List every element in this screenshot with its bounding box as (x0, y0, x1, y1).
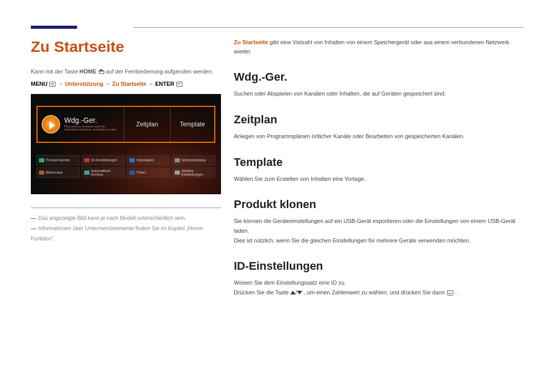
cell-icon (84, 158, 89, 162)
tv-small-cell: Bildmodus (36, 167, 80, 178)
heading-id: ID-Einstellungen (234, 259, 524, 273)
intro-post: auf der Fernbedienung aufgerufen werden. (106, 68, 213, 74)
cell-icon (39, 171, 44, 175)
menu-path: MENU → Unterstützung → Zu Startseite → E… (31, 81, 221, 87)
tv-tile-zeitplan: Zeitplan (124, 107, 170, 142)
tv-small-row-2: Bildmodus Automatisch Ein/Aus Ticker Wei… (36, 167, 215, 178)
arrow-up-icon (290, 291, 295, 294)
accent-block (31, 26, 77, 29)
arrow: → (148, 81, 155, 87)
right-column: Zu Startseite gibt eine Vielzahl von Inh… (234, 38, 524, 297)
footnote: ―Informationen über Untermenüelemente fi… (31, 223, 221, 244)
tv-top-row: Wdg.-Ger. Play various contents such as … (36, 106, 215, 143)
body-klonen-2: Dies ist nützlich, wenn Sie die gleichen… (234, 236, 524, 246)
path-support: Unterstützung (65, 81, 104, 87)
heading-template: Template (234, 156, 524, 169)
page-title: Zu Startseite (31, 38, 221, 55)
cell-icon (130, 158, 135, 162)
body-template: Wählen Sie zum Erstellen von Inhalten ei… (234, 174, 524, 184)
cell-icon (84, 171, 89, 175)
cell-icon (175, 171, 180, 175)
home-icon (98, 69, 104, 74)
tv-tile-wdg: Wdg.-Ger. Play various contents such as … (38, 107, 124, 142)
enter-label: ENTER (155, 81, 174, 87)
right-intro: Zu Startseite gibt eine Vielzahl von Inh… (234, 38, 524, 56)
intro-strong: Zu Startseite (234, 39, 268, 45)
header-rule (134, 27, 524, 28)
tv-small-cell: Weitere Einstellungen (172, 167, 215, 178)
footnote: ―Das angezeigte Bild kann je nach Modell… (31, 213, 221, 223)
enter-icon (176, 82, 182, 87)
tv-wdg-subtitle: Play various contents such as scheduled … (64, 125, 120, 132)
body-wdg: Suchen oder Abspielen von Kanälen oder I… (234, 89, 524, 99)
arrow: → (105, 81, 112, 87)
arrow-down-icon (297, 291, 302, 294)
body-id-1: Weisen Sie dem Einstellungssatz eine ID … (234, 278, 524, 288)
home-key-label: HOME (80, 68, 97, 74)
enter-icon (447, 290, 453, 295)
separator (31, 208, 221, 208)
intro-line: Kann mit der Taste HOME auf der Fernbedi… (31, 67, 221, 77)
arrow: → (58, 81, 65, 87)
intro-rest: gibt eine Vielzahl von Inhalten von eine… (234, 39, 509, 54)
tv-small-cell: Netzwerkstatus (172, 155, 215, 165)
body-zeitplan: Anlegen von Programmplänen örtlicher Kan… (234, 132, 524, 141)
header-bar (31, 26, 524, 29)
body-klonen-1: Sie können die Geräteeinstellungen auf e… (234, 216, 524, 235)
tv-small-row-1: Produkt klonen ID-Einstellungen Videowan… (36, 155, 215, 165)
heading-zeitplan: Zeitplan (234, 113, 524, 126)
play-icon (42, 115, 60, 134)
tv-small-cell: Produkt klonen (36, 155, 80, 165)
cell-icon (130, 171, 135, 175)
tv-small-cell: Automatisch Ein/Aus (82, 167, 125, 178)
tv-small-cell: Ticker (127, 167, 170, 178)
tv-small-cell: ID-Einstellungen (82, 155, 125, 165)
tv-small-cell: Videowand (127, 155, 170, 165)
heading-wdg: Wdg.-Ger. (234, 70, 524, 84)
body-id-2: Drücken Sie die Taste / , um einen Zahle… (234, 288, 524, 297)
menu-label: MENU (31, 81, 47, 87)
cell-icon (39, 158, 44, 162)
left-column: Zu Startseite Kann mit der Taste HOME au… (31, 38, 221, 297)
tv-tile-template: Template (171, 107, 214, 142)
intro-pre: Kann mit der Taste (31, 68, 80, 74)
path-home: Zu Startseite (112, 81, 146, 87)
cell-icon (175, 158, 180, 162)
heading-klonen: Produkt klonen (234, 198, 524, 211)
tv-wdg-title: Wdg.-Ger. (64, 117, 120, 124)
tv-screenshot: Wdg.-Ger. Play various contents such as … (31, 94, 221, 194)
menu-icon (49, 82, 55, 87)
